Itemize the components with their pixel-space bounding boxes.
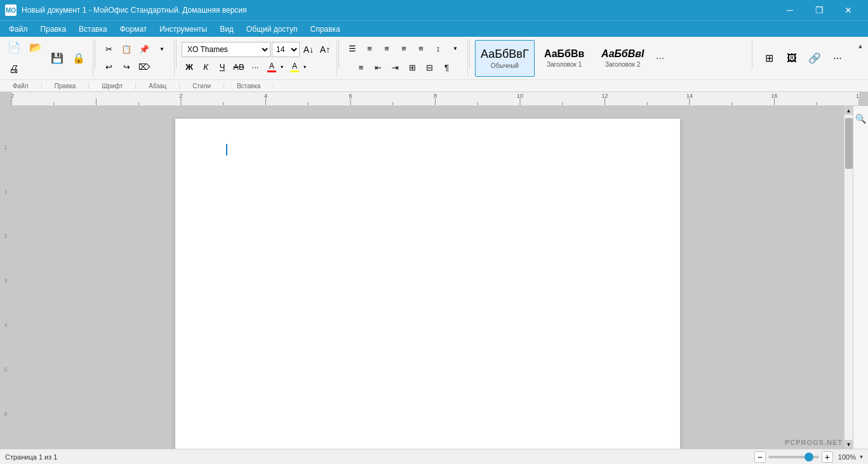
menu-format[interactable]: Формат [114, 23, 154, 36]
font-color-group[interactable]: А ▾ [264, 60, 286, 75]
print-button[interactable]: 🖨 [4, 59, 24, 79]
page-num-6: 5 [4, 366, 7, 373]
underline-button[interactable]: Ч [215, 60, 230, 75]
align-center-button[interactable]: ≡ [378, 41, 395, 57]
page-num-7: 6 [4, 411, 7, 417]
menu-bar: Файл Правка Вставка Формат Инструменты В… [0, 20, 868, 37]
page-info: Страница 1 из 1 [5, 453, 57, 461]
highlight-color-group[interactable]: А ▾ [287, 60, 309, 75]
scroll-track[interactable] [845, 115, 853, 440]
zoom-plus-button[interactable]: + [822, 451, 833, 463]
edit-group-label: Правка [42, 83, 90, 89]
highlight-color-button[interactable]: А [288, 60, 302, 74]
close-button[interactable]: ✕ [834, 0, 863, 20]
insert-image-button[interactable]: 🖼 [782, 48, 802, 69]
style-heading1-button[interactable]: АаБбВв Заголовок 1 [536, 40, 593, 77]
insert-table-icon: ⊞ [765, 53, 773, 63]
menu-edit[interactable]: Правка [34, 23, 73, 36]
font-color-button[interactable]: А [265, 60, 279, 74]
align-left-button[interactable]: ≡ [361, 41, 378, 57]
strikethrough-button[interactable]: АВ [231, 60, 246, 75]
scroll-up-button[interactable]: ▲ [845, 106, 853, 115]
line-spacing-arrow-button[interactable]: ▼ [447, 41, 464, 57]
undo-button[interactable]: ↩ [100, 59, 117, 76]
columns-button[interactable]: ⊞ [404, 60, 421, 76]
eraser-button[interactable]: ⌦ [136, 59, 152, 76]
insert-more-button[interactable]: ··· [827, 48, 848, 69]
highlight-color-arrow[interactable]: ▾ [302, 60, 308, 74]
menu-file[interactable]: Файл [3, 23, 34, 36]
redo-button[interactable]: ↪ [118, 59, 135, 76]
menu-view[interactable]: Вид [213, 23, 240, 36]
style-heading1-text: АаБбВв [544, 48, 584, 60]
search-button[interactable]: 🔍 [853, 111, 869, 126]
font-group-label: Шрифт [89, 83, 136, 89]
font-color-arrow[interactable]: ▾ [279, 60, 285, 74]
cut-button[interactable]: ✂ [100, 41, 117, 58]
align-right-button[interactable]: ≡ [396, 41, 412, 57]
menu-share[interactable]: Общий доступ [240, 23, 304, 36]
style-heading2-button[interactable]: АаБбВвI Заголовок 2 [594, 40, 651, 77]
indent-button[interactable]: ⇥ [387, 60, 404, 76]
insert-table-button[interactable]: ⊞ [759, 48, 779, 69]
font-name-select[interactable]: XO Thames [182, 42, 270, 57]
insert-link-icon: 🔗 [808, 53, 821, 63]
ribbon-labels: Файл Правка Шрифт Абзац Стили Вставка [0, 80, 868, 91]
paste-arrow-button[interactable]: ▼ [154, 41, 170, 58]
page-num-5: 4 [4, 322, 7, 328]
file-group-label: Файл [0, 83, 42, 89]
copy-button[interactable]: 📋 [118, 41, 135, 58]
vertical-scrollbar[interactable]: ▲ ▼ [844, 106, 853, 449]
decrease-font-button[interactable]: A↓ [301, 42, 316, 57]
italic-button[interactable]: К [198, 60, 213, 75]
open-file-button[interactable]: 📂 [25, 37, 46, 58]
menu-help[interactable]: Справка [304, 23, 346, 36]
title-bar: МО Новый документ 1 - МойОфис Стандартны… [0, 0, 868, 20]
table-button[interactable]: ⊟ [422, 60, 438, 76]
bold-button[interactable]: Ж [182, 60, 197, 75]
zoom-minus-button[interactable]: − [754, 451, 766, 463]
insert-section: ⊞ 🖼 🔗 ··· [754, 39, 853, 77]
save-button[interactable]: 💾 [47, 48, 67, 69]
more-styles-button[interactable]: ··· [653, 40, 668, 77]
align-justify-button[interactable]: ≡ [413, 41, 429, 57]
insert-more-icon: ··· [833, 53, 841, 63]
file-group: 📄 📂 🖨 💾 🔒 [0, 39, 93, 77]
line-spacing-button[interactable]: ↕ [430, 41, 446, 57]
font-size-select[interactable]: 14 [272, 42, 300, 57]
font-group: XO Thames 14 A↓ A↑ Ж К Ч АВ ··· А [178, 39, 337, 77]
paragraph-group: ☰ ≡ ≡ ≡ ≡ ↕ ▼ ≡ ⇤ ⇥ ⊞ ⊟ ¶ [340, 39, 468, 77]
style-heading2-label: Заголовок 2 [605, 61, 640, 68]
minimize-button[interactable]: ─ [775, 0, 805, 20]
menu-insert[interactable]: Вставка [72, 23, 114, 36]
insert-link-button[interactable]: 🔗 [805, 48, 825, 69]
new-file-button[interactable]: 📄 [4, 37, 24, 58]
outdent-button[interactable]: ⇤ [370, 60, 387, 76]
more-font-button[interactable]: ··· [248, 60, 263, 75]
restore-button[interactable]: ❒ [805, 0, 834, 20]
ruler-right-scroll [859, 92, 868, 105]
list-unordered-button[interactable]: ☰ [344, 41, 361, 57]
status-bar: Страница 1 из 1 − + 100% ▾ [0, 449, 868, 464]
document-area[interactable] [11, 106, 844, 449]
page-gutter: 1 1 2 3 4 5 6 7 8 9 10 11 [0, 106, 11, 449]
zoom-slider-thumb[interactable] [805, 453, 813, 461]
scroll-down-button[interactable]: ▼ [845, 440, 853, 449]
ribbon-collapse-button[interactable]: ▲ [853, 39, 868, 52]
list-ordered-button[interactable]: ≡ [353, 60, 370, 76]
ruler-left-margin [0, 92, 11, 105]
open-file-icon: 📂 [29, 43, 42, 53]
zoom-chevron[interactable]: ▾ [860, 453, 863, 460]
page-num-1: 1 [4, 144, 7, 150]
zoom-slider[interactable] [768, 456, 819, 458]
lock-button[interactable]: 🔒 [69, 48, 89, 69]
menu-tools[interactable]: Инструменты [153, 23, 213, 36]
increase-font-button[interactable]: A↑ [317, 42, 333, 57]
document-page[interactable] [175, 119, 680, 449]
style-normal-button[interactable]: АаБбВвГ Обычный [475, 40, 535, 77]
scroll-thumb[interactable] [845, 118, 853, 169]
zoom-controls: − + 100% ▾ [754, 451, 863, 463]
save-icon: 💾 [51, 53, 63, 63]
paste-button[interactable]: 📌 [136, 41, 152, 58]
pilcrow-button[interactable]: ¶ [439, 60, 455, 76]
